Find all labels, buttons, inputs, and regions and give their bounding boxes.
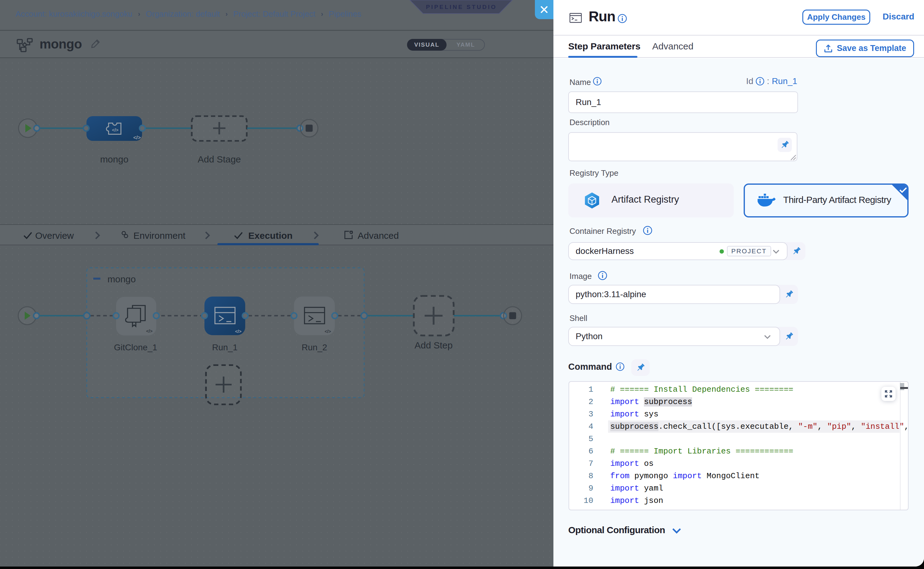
svg-text:mongo: mongo (100, 154, 128, 164)
svg-text:GitClone_1: GitClone_1 (114, 342, 157, 352)
svg-text:</>: </> (133, 135, 141, 140)
svg-text:Add Step: Add Step (415, 340, 453, 350)
svg-text:mongo: mongo (108, 274, 136, 284)
svg-text:</>: </> (235, 329, 242, 334)
svg-text:</>: </> (112, 128, 118, 132)
svg-text:Add Stage: Add Stage (198, 154, 241, 164)
svg-text:</>: </> (325, 329, 331, 334)
svg-text:</>: </> (146, 329, 153, 334)
svg-text:Run_2: Run_2 (302, 342, 327, 352)
svg-text:Run_1: Run_1 (212, 342, 238, 352)
